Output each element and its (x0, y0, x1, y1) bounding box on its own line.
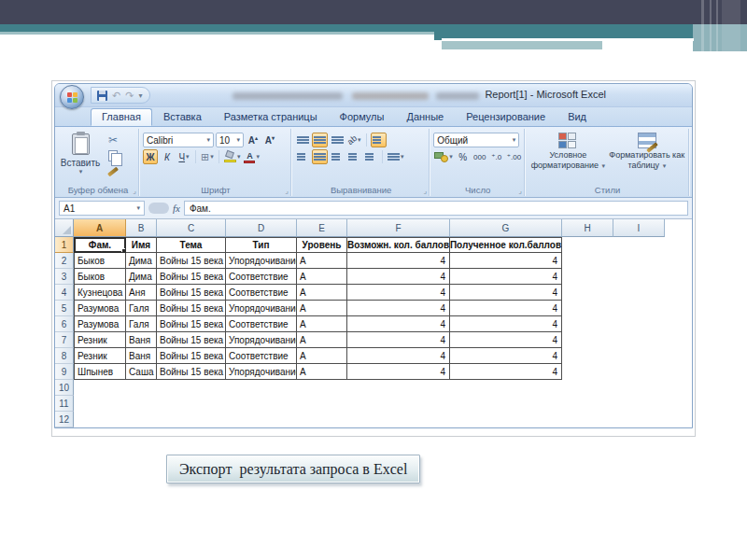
select-all-corner[interactable] (55, 219, 74, 237)
copy-button[interactable] (101, 148, 125, 162)
tab-glavnaya[interactable]: Главная (91, 108, 152, 126)
cell-D4[interactable]: Соответствие (226, 285, 297, 301)
cell-D7[interactable]: Упорядочивание (226, 332, 297, 348)
cell-F12[interactable] (347, 412, 450, 427)
cell-D5[interactable]: Упорядочивание (226, 301, 297, 316)
percent-style-button[interactable]: % (456, 149, 471, 164)
row-header-6[interactable]: 6 (55, 316, 74, 332)
number-dialog-launcher[interactable]: ⌟ (518, 188, 522, 195)
cell-G7[interactable]: 4 (450, 332, 562, 348)
cell-B12[interactable] (126, 412, 157, 427)
column-header-H[interactable]: H (562, 219, 613, 237)
cell-A8[interactable]: Резник (74, 348, 126, 364)
tab-vid[interactable]: Вид (557, 108, 598, 126)
cell-A5[interactable]: Разумова (74, 301, 126, 316)
alignment-dialog-launcher[interactable]: ⌟ (424, 188, 428, 195)
cell-B8[interactable]: Ваня (126, 348, 157, 364)
align-middle-button[interactable] (312, 133, 328, 147)
cell-A7[interactable]: Резник (74, 332, 126, 348)
cell-E5[interactable]: A (297, 301, 347, 316)
cell-I2[interactable] (613, 253, 665, 269)
tab-vstavka[interactable]: Вставка (152, 108, 213, 126)
save-icon[interactable] (97, 91, 107, 101)
column-header-G[interactable]: G (450, 219, 562, 237)
cell-A10[interactable] (74, 380, 126, 396)
cell-D8[interactable]: Соответствие (226, 348, 297, 364)
cell-E11[interactable] (297, 396, 347, 412)
shrink-font-button[interactable]: А▾ (262, 133, 277, 147)
cell-I12[interactable] (613, 412, 665, 427)
cell-C8[interactable]: Войны 15 века (157, 348, 226, 364)
column-header-I[interactable]: I (613, 219, 665, 237)
grow-font-button[interactable]: А▴ (246, 133, 261, 147)
formula-input[interactable]: Фам. (184, 201, 688, 216)
cell-I10[interactable] (613, 380, 665, 396)
align-top-button[interactable] (295, 133, 310, 147)
office-button[interactable] (60, 85, 84, 109)
cell-F6[interactable]: 4 (347, 316, 450, 332)
fill-color-button[interactable]: ▾ (223, 149, 242, 164)
italic-button[interactable]: К (160, 149, 175, 164)
cell-D11[interactable] (226, 396, 297, 412)
cell-G3[interactable]: 4 (450, 269, 562, 285)
cell-C3[interactable]: Войны 15 века (157, 269, 226, 285)
cell-A6[interactable]: Разумова (74, 316, 126, 332)
cell-E8[interactable]: A (297, 348, 347, 364)
row-header-4[interactable]: 4 (55, 285, 74, 301)
cell-B4[interactable]: Аня (126, 285, 157, 301)
row-header-3[interactable]: 3 (55, 269, 74, 285)
cell-E10[interactable] (297, 380, 347, 396)
cell-H3[interactable] (562, 269, 613, 285)
row-header-8[interactable]: 8 (55, 348, 74, 364)
qat-dropdown-icon[interactable]: ▾ (138, 91, 142, 100)
cell-A9[interactable]: Шпынев (74, 364, 126, 380)
cell-C4[interactable]: Войны 15 века (157, 285, 226, 301)
cell-E3[interactable]: A (297, 269, 347, 285)
cell-E6[interactable]: A (297, 316, 347, 332)
cell-E1[interactable]: Уровень (297, 237, 347, 253)
row-header-7[interactable]: 7 (55, 332, 74, 348)
cell-I8[interactable] (613, 348, 665, 364)
cell-A3[interactable]: Быков (74, 269, 126, 285)
cell-B6[interactable]: Галя (126, 316, 157, 332)
name-box[interactable]: A1 ▾ (59, 201, 145, 216)
clipboard-dialog-launcher[interactable]: ⌟ (133, 188, 136, 195)
cell-I5[interactable] (613, 301, 665, 316)
cell-D6[interactable]: Соответствие (226, 316, 297, 332)
cell-G6[interactable]: 4 (450, 316, 562, 332)
row-header-2[interactable]: 2 (55, 253, 74, 269)
comma-style-button[interactable]: 000 (472, 149, 487, 164)
cell-I9[interactable] (613, 364, 665, 380)
cell-B10[interactable] (126, 380, 157, 396)
cell-H12[interactable] (562, 412, 613, 427)
cell-A1[interactable]: Фам. (74, 237, 126, 253)
cell-C5[interactable]: Войны 15 века (157, 301, 226, 316)
cell-D1[interactable]: Тип (226, 237, 297, 253)
cell-E7[interactable]: A (297, 332, 347, 348)
cell-C1[interactable]: Тема (157, 237, 226, 253)
tab-recenzirovanie[interactable]: Рецензирование (455, 108, 557, 126)
cell-C12[interactable] (157, 412, 226, 427)
cell-E2[interactable]: A (297, 253, 347, 269)
cell-D10[interactable] (226, 380, 297, 396)
cell-H4[interactable] (562, 285, 613, 301)
cell-E4[interactable]: A (297, 285, 347, 301)
cell-I4[interactable] (613, 285, 665, 301)
column-header-E[interactable]: E (297, 219, 347, 237)
cell-B1[interactable]: Имя (126, 237, 157, 253)
row-header-1[interactable]: 1 (55, 237, 74, 253)
cell-C9[interactable]: Войны 15 века (157, 364, 226, 380)
orientation-button[interactable]: ab▾ (346, 133, 362, 147)
cell-C6[interactable]: Войны 15 века (157, 316, 226, 332)
align-left-button[interactable] (295, 149, 310, 164)
cell-I11[interactable] (613, 396, 665, 412)
cell-H10[interactable] (562, 380, 613, 396)
cell-G10[interactable] (450, 380, 562, 396)
cell-B11[interactable] (126, 396, 157, 412)
cell-D12[interactable] (226, 412, 297, 427)
cell-B5[interactable]: Галя (126, 301, 157, 316)
cell-F5[interactable]: 4 (347, 301, 450, 316)
row-header-11[interactable]: 11 (55, 396, 74, 412)
cut-button[interactable]: ✂ (101, 133, 125, 147)
align-bottom-button[interactable] (330, 133, 345, 147)
